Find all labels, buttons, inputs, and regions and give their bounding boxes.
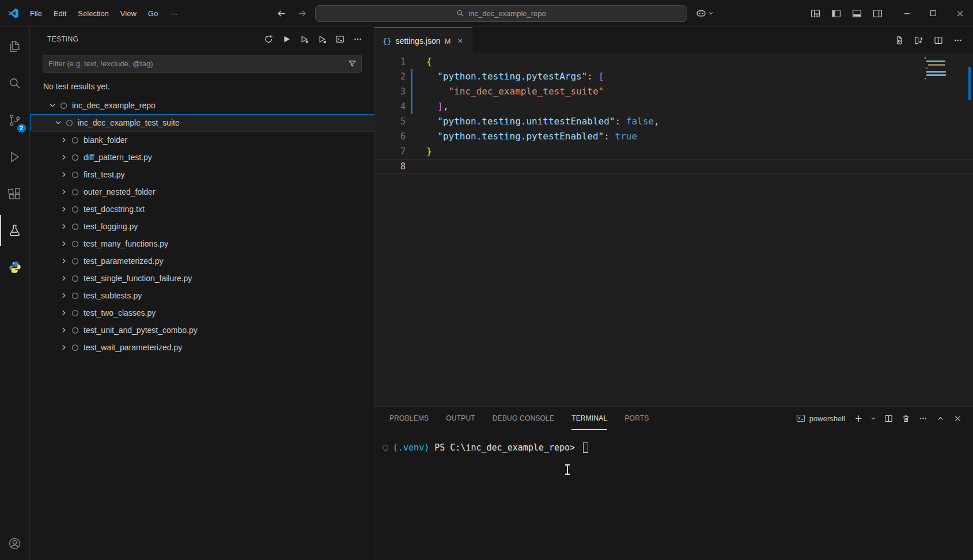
menu-edit[interactable]: Edit (48, 6, 72, 21)
panel-tab-problems[interactable]: PROBLEMS (389, 407, 429, 430)
kill-terminal-icon[interactable] (898, 411, 913, 426)
open-changes-icon[interactable] (911, 33, 927, 48)
split-terminal-icon[interactable] (881, 411, 896, 426)
twistie-chevron-right-icon[interactable] (59, 205, 69, 213)
panel-more-actions-icon[interactable] (915, 411, 930, 426)
twistie-chevron-right-icon[interactable] (59, 171, 69, 179)
customize-layout-icon[interactable] (807, 6, 823, 21)
forward-arrow-icon[interactable] (294, 6, 309, 21)
twistie-chevron-right-icon[interactable] (59, 343, 69, 351)
tree-item-label: inc_dec_example_repo (72, 101, 156, 110)
copilot-menu[interactable] (693, 6, 717, 20)
twistie-chevron-right-icon[interactable] (59, 274, 69, 282)
sidebar-title: TESTING (47, 35, 78, 43)
tree-item-label: blank_folder (84, 135, 127, 145)
tree-item-label: test_subtests.py (84, 291, 142, 300)
code-line[interactable]: 4 ], (374, 99, 973, 114)
tree-item[interactable]: test_many_functions.py (30, 235, 374, 252)
terminal[interactable]: (.venv) PS C:\inc_dec_example_repo> (374, 430, 973, 560)
python-icon[interactable] (0, 252, 30, 283)
split-editor-icon[interactable] (930, 33, 947, 48)
tree-item[interactable]: test_parameterized.py (30, 252, 374, 270)
editor-more-actions-icon[interactable] (950, 33, 966, 48)
code-line[interactable]: 7} (374, 144, 973, 159)
tree-item[interactable]: inc_dec_example_repo (30, 97, 374, 114)
minimize-icon[interactable] (894, 0, 920, 27)
twistie-chevron-right-icon[interactable] (59, 136, 69, 144)
minimap[interactable] (925, 57, 947, 85)
close-panel-icon[interactable] (950, 411, 965, 426)
tree-item[interactable]: test_unit_and_pytest_combo.py (30, 321, 374, 339)
toggle-primary-sidebar-icon[interactable] (828, 6, 844, 21)
testing-more-actions-icon[interactable] (350, 32, 365, 46)
command-center-search[interactable]: inc_dec_example_repo (315, 5, 687, 22)
command-decoration-icon[interactable] (383, 445, 388, 451)
back-arrow-icon[interactable] (274, 6, 289, 21)
close-tab-icon[interactable] (455, 35, 466, 47)
tree-item[interactable]: test_two_classes.py (30, 304, 374, 321)
menu-file[interactable]: File (24, 6, 48, 21)
open-settings-ui-icon[interactable] (891, 33, 907, 48)
menu-go[interactable]: Go (142, 6, 164, 21)
run-all-tests-icon[interactable] (279, 32, 294, 46)
twistie-chevron-down-icon[interactable] (47, 101, 58, 109)
toggle-secondary-sidebar-icon[interactable] (869, 6, 885, 21)
tree-item[interactable]: test_docstring.txt (30, 200, 374, 218)
tree-item[interactable]: diff_pattern_test.py (30, 149, 374, 166)
menu-view[interactable]: View (115, 6, 142, 21)
panel-tab-terminal[interactable]: TERMINAL (571, 407, 607, 430)
launch-profile-chevron-icon[interactable] (868, 411, 879, 426)
testing-icon[interactable] (0, 215, 30, 246)
twistie-chevron-right-icon[interactable] (59, 309, 69, 317)
tab-settings-json[interactable]: {} settings.json M (374, 27, 472, 54)
close-window-icon[interactable] (947, 0, 973, 27)
run-and-debug-icon[interactable] (0, 141, 30, 172)
code-line[interactable]: 1{ (374, 54, 973, 69)
minimap-line (925, 81, 926, 83)
code-line[interactable]: 6 "python.testing.pytestEnabled": true (374, 129, 973, 144)
source-control-icon[interactable]: 2 (0, 104, 30, 135)
test-filter-input[interactable] (48, 59, 348, 68)
new-terminal-icon[interactable] (851, 411, 866, 426)
menu-overflow-button[interactable]: ··· (165, 6, 184, 21)
search-sidebar-icon[interactable] (0, 67, 30, 99)
tree-item[interactable]: first_test.py (30, 166, 374, 183)
twistie-chevron-right-icon[interactable] (59, 153, 69, 161)
twistie-chevron-down-icon[interactable] (53, 119, 63, 127)
toggle-panel-icon[interactable] (849, 6, 865, 21)
tree-item[interactable]: test_single_function_failure.py (30, 270, 374, 287)
twistie-chevron-right-icon[interactable] (59, 222, 69, 230)
tree-item[interactable]: test_logging.py (30, 218, 374, 235)
twistie-chevron-right-icon[interactable] (59, 257, 69, 265)
twistie-chevron-right-icon[interactable] (59, 188, 69, 196)
panel-tabs: PROBLEMSOUTPUTDEBUG CONSOLETERMINALPORTS (389, 407, 667, 430)
tree-item[interactable]: test_wait_parameterized.py (30, 339, 374, 356)
show-test-output-icon[interactable] (332, 32, 347, 46)
refresh-tests-icon[interactable] (261, 32, 276, 46)
tree-item[interactable]: inc_dec_example_test_suite (30, 114, 374, 131)
twistie-chevron-right-icon[interactable] (59, 326, 69, 334)
panel-tab-ports[interactable]: PORTS (624, 407, 649, 430)
maximize-panel-icon[interactable] (933, 411, 948, 426)
code-line[interactable]: 5 "python.testing.unittestEnabled": fals… (374, 114, 973, 129)
account-icon[interactable] (0, 528, 30, 559)
code-line[interactable]: 3 "inc_dec_example_test_suite" (374, 84, 973, 99)
extensions-icon[interactable] (0, 178, 30, 209)
filter-icon[interactable] (348, 59, 357, 68)
terminal-shell-item[interactable]: powershell (793, 413, 849, 424)
maximize-icon[interactable] (920, 0, 947, 27)
debug-all-tests-icon[interactable] (297, 32, 312, 46)
twistie-chevron-right-icon[interactable] (59, 292, 69, 300)
tree-item[interactable]: outer_nested_folder (30, 183, 374, 200)
code-line[interactable]: 2 "python.testing.pytestArgs": [ (374, 69, 973, 84)
run-tests-with-coverage-icon[interactable] (315, 32, 330, 46)
menu-selection[interactable]: Selection (72, 6, 114, 21)
tree-item[interactable]: blank_folder (30, 131, 374, 149)
code-line[interactable]: 8 (374, 159, 973, 174)
explorer-icon[interactable] (0, 31, 30, 62)
code-editor[interactable]: 1{2 "python.testing.pytestArgs": [3 "inc… (374, 54, 973, 406)
tree-item[interactable]: test_subtests.py (30, 287, 374, 304)
twistie-chevron-right-icon[interactable] (59, 240, 69, 248)
panel-tab-output[interactable]: OUTPUT (446, 407, 475, 430)
panel-tab-debug-console[interactable]: DEBUG CONSOLE (493, 407, 554, 430)
